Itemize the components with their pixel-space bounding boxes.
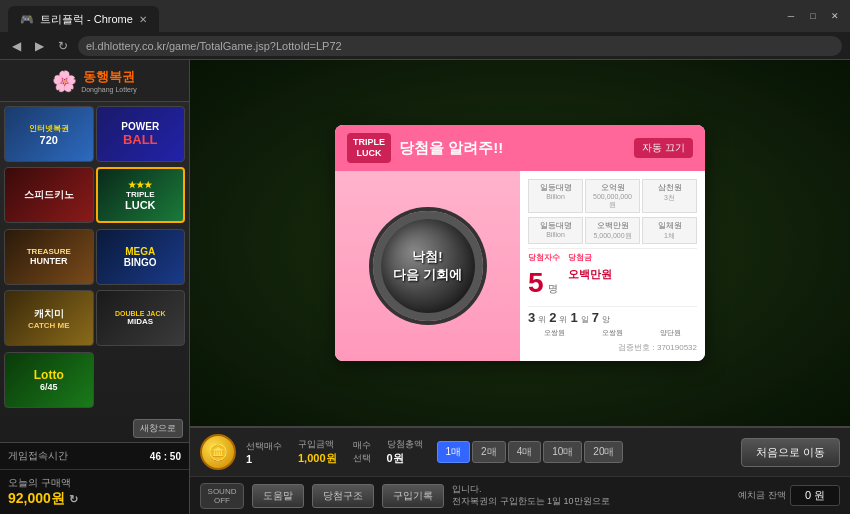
tab-title: 트리플럭 - Chrome (40, 12, 133, 27)
game-thumb-lotto645: Lotto 6/45 (5, 353, 93, 407)
money-row: 오쌍원 오쌍원 양단원 (528, 328, 697, 338)
bottom-top-row: 🪙 선택매수 1 구입금액 1,000원 매수 선택 당 (190, 428, 850, 476)
winning-structure-button[interactable]: 당첨구조 (312, 484, 374, 508)
medal-container: 낙첨! 다음 기회에 (373, 211, 483, 321)
select-qty-label: 선택매수 (246, 440, 282, 453)
qty-btn-1[interactable]: 1매 (437, 441, 471, 463)
prize-value: 오백만원 (568, 267, 612, 282)
medal-line2: 다음 기회에 (393, 266, 462, 284)
sidebar-logo: 🌸 동행복권 Donghang Lottery (0, 60, 189, 102)
ticket-section: 낙첨! 다음 기회에 (335, 171, 520, 361)
winner-value: 5 (528, 267, 544, 299)
auto-close-button[interactable]: 자동 끄기 (634, 138, 693, 158)
sound-toggle-button[interactable]: SOUNDOFF (200, 483, 244, 509)
money-cell-3: 양단원 (643, 328, 697, 338)
refresh-button[interactable]: ↻ (54, 37, 72, 55)
move-btn-label: 처음으로 이동 (756, 446, 825, 458)
snum-1: 3 (528, 310, 535, 325)
close-button[interactable]: ✕ (828, 9, 842, 23)
game-thumb-lotto720: 인터넷복권 720 (5, 107, 93, 161)
forward-button[interactable]: ▶ (31, 37, 48, 55)
purchase-label: 오늘의 구매액 (8, 476, 181, 490)
bottom-bottom-row: SOUNDOFF 도움말 당첨구조 구입기록 입니다. 전자복권의 구입한도는 … (190, 476, 850, 514)
sidebar-item-powerball[interactable]: POWER BALL (96, 106, 186, 162)
back-button[interactable]: ◀ (8, 37, 25, 55)
chrome-tabs: 🎮 트리플럭 - Chrome ✕ (8, 0, 778, 32)
per-sub: 선택 (353, 452, 371, 465)
window-controls: ─ □ ✕ (784, 9, 842, 23)
maximize-button[interactable]: □ (806, 9, 820, 23)
auto-close-label: 자동 끄기 (642, 142, 685, 153)
purchase-history-button[interactable]: 구입기록 (382, 484, 444, 508)
snum-4: 7 (592, 310, 599, 325)
tab-close-btn[interactable]: ✕ (139, 14, 147, 25)
main-content: TRIPLE LUCK 당첨을 알려주!! 자동 끄기 (190, 60, 850, 514)
url-text: el.dhlottery.co.kr/game/TotalGame.jsp?Lo… (86, 40, 342, 52)
sidebar-timer: 게임접속시간 46 : 50 (0, 442, 189, 469)
big-result-row: 5 명 (528, 267, 560, 299)
sidebar: 🌸 동행복권 Donghang Lottery 인터넷복권 720 (0, 60, 190, 514)
prize-section: 당첨금 오백만원 (568, 252, 612, 282)
game-thumb-megabingo: MEGA BINGO (97, 230, 185, 284)
bottom-bar: 🪙 선택매수 1 구입금액 1,000원 매수 선택 당 (190, 426, 850, 514)
ticket-number: 검증번호 : 370190532 (528, 342, 697, 353)
per-label: 매수 (353, 439, 371, 452)
snum-2: 2 (549, 310, 556, 325)
select-qty-value: 1 (246, 453, 282, 465)
new-btn-row: 새창으로 (0, 415, 189, 442)
game-thumb-doublejack: DOUBLE JACK MIDAS (97, 291, 185, 345)
purchase-amount-group: 구입금액 1,000원 (298, 438, 337, 466)
medal-line1: 낙첨! (393, 248, 462, 266)
balance-label: 예치금 잔액 (738, 489, 786, 502)
prize-section-label: 당첨금 (568, 252, 612, 263)
sidebar-item-doublejack[interactable]: DOUBLE JACK MIDAS (96, 290, 186, 346)
qty-btn-4[interactable]: 4매 (508, 441, 542, 463)
chrome-tab-active[interactable]: 🎮 트리플럭 - Chrome ✕ (8, 6, 159, 32)
sidebar-item-speedkino[interactable]: 스피드키노 (4, 167, 94, 223)
address-bar: ◀ ▶ ↻ el.dhlottery.co.kr/game/TotalGame.… (0, 32, 850, 60)
small-nums-row: 3위 2위 1일 7앙 (528, 310, 697, 325)
purchase-info: 선택매수 1 구입금액 1,000원 매수 선택 당첨총액 0원 (246, 438, 423, 466)
balance-group: 예치금 잔액 0 원 (738, 485, 840, 506)
winner-section: 당첨자수 5 명 (528, 252, 560, 303)
tab-icon: 🎮 (20, 13, 34, 26)
purchase-amount-bottom: 1,000원 (298, 451, 337, 466)
medal-text: 낙첨! 다음 기회에 (393, 248, 462, 284)
money-cell-2: 오쌍원 (586, 328, 640, 338)
purchase-history-label: 구입기록 (393, 490, 433, 501)
address-input[interactable]: el.dhlottery.co.kr/game/TotalGame.jsp?Lo… (78, 36, 842, 56)
result-row-2: 일등대명 Billion 오백만원 5,000,000원 일체원 1체 (528, 217, 697, 244)
move-to-start-button[interactable]: 처음으로 이동 (741, 438, 840, 467)
help-button[interactable]: 도움말 (252, 484, 304, 508)
refresh-icon[interactable]: ↻ (69, 493, 78, 506)
tripleluck-logo: ★★★ TRIPLE LUCK (125, 180, 156, 211)
result-modal: TRIPLE LUCK 당첨을 알려주!! 자동 끄기 (335, 125, 705, 361)
qty-btn-group: 1매 2매 4매 10매 20매 (437, 441, 624, 463)
current-amount-label: 당첨총액 (387, 438, 423, 451)
purchase-amount: 92,000원 ↻ (8, 490, 181, 508)
results-section: 일등대명 Billion 오억원 500,000,000원 삼천원 3천 (520, 171, 705, 361)
qty-btn-10[interactable]: 10매 (543, 441, 582, 463)
main-layout: 🌸 동행복권 Donghang Lottery 인터넷복권 720 (0, 60, 850, 514)
sidebar-item-treasure[interactable]: TREASURE HUNTER (4, 229, 94, 285)
modal-header: TRIPLE LUCK 당첨을 알려주!! 자동 끄기 (335, 125, 705, 171)
result-row-1: 일등대명 Billion 오억원 500,000,000원 삼천원 3천 (528, 179, 697, 213)
sidebar-item-lotto720[interactable]: 인터넷복권 720 (4, 106, 94, 162)
qty-btn-20[interactable]: 20매 (584, 441, 623, 463)
sidebar-item-tripleluck[interactable]: ★★★ TRIPLE LUCK (96, 167, 186, 223)
sound-label: SOUNDOFF (208, 487, 237, 505)
modal-title: 당첨을 알려주!! (399, 139, 503, 158)
result-cell-2-3: 일체원 1체 (642, 217, 697, 244)
logo-circle: 🌸 동행복권 Donghang Lottery (52, 68, 137, 93)
minimize-button[interactable]: ─ (784, 9, 798, 23)
sidebar-item-catchme[interactable]: 캐치미 CATCH ME (4, 290, 94, 346)
sidebar-item-lotto645[interactable]: Lotto 6/45 (4, 352, 94, 408)
game-thumb-catchme: 캐치미 CATCH ME (5, 291, 93, 345)
coin-icon: 🪙 (200, 434, 236, 470)
sidebar-item-megabingo[interactable]: MEGA BINGO (96, 229, 186, 285)
qty-btn-2[interactable]: 2매 (472, 441, 506, 463)
game-area: TRIPLE LUCK 당첨을 알려주!! 자동 끄기 (190, 60, 850, 426)
modal-overlay: TRIPLE LUCK 당첨을 알려주!! 자동 끄기 (190, 60, 850, 426)
new-window-button[interactable]: 새창으로 (133, 419, 183, 438)
winner-info: 당첨자수 5 명 당첨금 오백만원 (528, 252, 697, 303)
